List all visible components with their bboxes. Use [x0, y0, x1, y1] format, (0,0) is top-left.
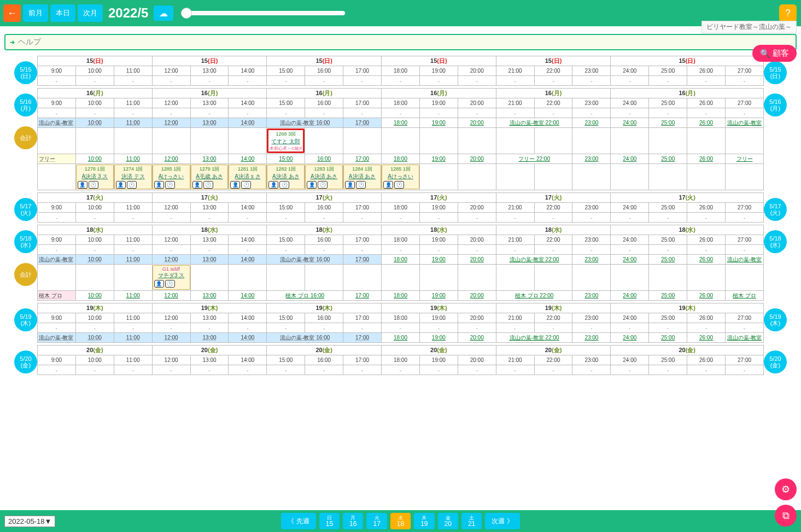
room-time-cell[interactable]: 13:00: [190, 154, 229, 164]
room-time-cell[interactable]: 槌木 プロ: [726, 291, 764, 301]
room-time-cell[interactable]: 19:00: [419, 154, 458, 164]
slot-cell[interactable]: [75, 265, 114, 291]
slot-cell[interactable]: [534, 128, 572, 154]
slot-cell[interactable]: [496, 128, 534, 154]
room-time-cell[interactable]: 10:00: [75, 333, 114, 343]
person-icon[interactable]: 👤: [270, 152, 279, 153]
room-time-cell[interactable]: 流山の葉-教室 22:00: [496, 333, 572, 343]
room-time-cell[interactable]: 13:00: [190, 333, 229, 343]
room-time-cell[interactable]: 16:00: [305, 154, 343, 164]
footer-day-17[interactable]: 火17: [366, 513, 387, 529]
room-time-cell[interactable]: 10:00: [75, 291, 114, 301]
slot-cell[interactable]: 1284 1回A決済 あさ👤🕐: [343, 164, 382, 190]
side-badge-right-d17[interactable]: 5/17(火): [764, 198, 787, 221]
slot-cell[interactable]: [343, 265, 382, 291]
appt-name[interactable]: A決済 あさ: [307, 173, 341, 180]
slot-cell[interactable]: [190, 128, 229, 154]
room-time-cell[interactable]: 24:00: [611, 333, 649, 343]
room-time-cell[interactable]: 26:00: [687, 333, 726, 343]
next-week-button[interactable]: 次週 》: [485, 513, 519, 529]
slot-cell[interactable]: [458, 164, 496, 190]
clock-icon[interactable]: 🕐: [203, 181, 213, 189]
cloud-button[interactable]: ☁: [154, 5, 173, 21]
room-time-cell[interactable]: 流山の葉-教室: [726, 118, 764, 128]
appt-name[interactable]: A決済 s さ: [230, 173, 265, 180]
side-badge-left-d17[interactable]: 5/17(火): [14, 198, 37, 221]
room-time-cell[interactable]: 19:00: [419, 118, 458, 128]
room-time-cell[interactable]: 24:00: [611, 291, 649, 301]
room-time-cell[interactable]: 流山の葉-教室 22:00: [496, 255, 572, 265]
footer-day-15[interactable]: 日15: [319, 513, 340, 529]
room-time-cell[interactable]: 24:00: [611, 154, 649, 164]
slot-cell[interactable]: [726, 265, 764, 291]
slot-cell[interactable]: [572, 164, 611, 190]
room-time-cell[interactable]: 20:00: [458, 118, 496, 128]
side-badge-right-d16[interactable]: 5/16(月): [764, 93, 787, 116]
appt-name[interactable]: てすと 太郎: [270, 138, 302, 145]
clock-icon[interactable]: 🕐: [279, 181, 289, 189]
appt-name[interactable]: A決済 あさ: [345, 173, 379, 180]
room-time-cell[interactable]: 18:00: [382, 255, 420, 265]
person-icon[interactable]: 👤: [154, 181, 164, 189]
slot-cell[interactable]: [343, 128, 382, 154]
appt-name[interactable]: A毛歳 あさ: [192, 173, 227, 180]
slot-cell[interactable]: G1 addfマチダ3 ス👤🕐: [152, 265, 190, 291]
room-time-cell[interactable]: 19:00: [419, 255, 458, 265]
room-time-cell[interactable]: 槌木 プロ 22:00: [496, 291, 572, 301]
room-time-cell[interactable]: 14:00: [229, 154, 267, 164]
slot-cell[interactable]: [419, 128, 458, 154]
room-time-cell[interactable]: 11:00: [114, 333, 152, 343]
appointment[interactable]: 1285 1回Aけっさい👤🕐: [382, 165, 419, 189]
settings-fab[interactable]: ⚙: [775, 478, 797, 500]
person-icon[interactable]: 👤: [383, 181, 393, 189]
room-time-cell[interactable]: 12:00: [152, 118, 190, 128]
room-time-cell[interactable]: 槌木 プロ 16:00: [267, 291, 343, 301]
appt-name[interactable]: Aけっさい: [383, 173, 418, 180]
today-button[interactable]: 本日: [50, 4, 75, 22]
slot-cell[interactable]: [38, 128, 76, 154]
room-time-cell[interactable]: 20:00: [458, 291, 496, 301]
slot-cell[interactable]: [687, 164, 726, 190]
room-time-cell[interactable]: 14:00: [229, 291, 267, 301]
room-time-cell[interactable]: 25:00: [649, 255, 687, 265]
appt-name[interactable]: A決済 あさ: [268, 173, 303, 180]
room-time-cell[interactable]: 18:00: [382, 154, 420, 164]
side-badge-left-d16[interactable]: 5/16(月): [14, 93, 37, 116]
room-time-cell[interactable]: 26:00: [687, 291, 726, 301]
slot-cell[interactable]: [38, 164, 76, 190]
room-time-cell[interactable]: 19:00: [419, 333, 458, 343]
appointment[interactable]: 1274 1回決済 テス👤🕐: [114, 165, 152, 189]
person-icon[interactable]: 👤: [116, 181, 126, 189]
slot-cell[interactable]: [114, 265, 152, 291]
slot-cell[interactable]: [649, 128, 687, 154]
side-badge-left-d20[interactable]: 5/20(金): [14, 350, 37, 373]
slot-cell[interactable]: [534, 265, 572, 291]
side-badge-left-d18[interactable]: 5/18(水): [14, 230, 37, 253]
footer-date-input[interactable]: 2022-05-18▼: [4, 516, 55, 527]
footer-day-18[interactable]: 水18: [390, 513, 411, 529]
room-time-cell[interactable]: 25:00: [649, 333, 687, 343]
room-time-cell[interactable]: フリー: [726, 154, 764, 164]
room-time-cell[interactable]: 26:00: [687, 255, 726, 265]
room-time-cell[interactable]: 11:00: [114, 154, 152, 164]
slot-cell[interactable]: 1278 1回A決済 3 ス👤🕐: [75, 164, 114, 190]
clock-icon[interactable]: 🕐: [127, 181, 137, 189]
slot-cell[interactable]: 1268 3回てすと 太郎木初心者～C級向け体験レ👤🕐: [267, 128, 305, 154]
person-icon[interactable]: 👤: [345, 181, 355, 189]
room-time-cell[interactable]: 23:00: [572, 118, 611, 128]
person-icon[interactable]: 👤: [192, 181, 202, 189]
room-time-cell[interactable]: 23:00: [572, 333, 611, 343]
room-time-cell[interactable]: 流山の葉-教室: [726, 255, 764, 265]
slot-cell[interactable]: [611, 265, 649, 291]
slot-cell[interactable]: [572, 128, 611, 154]
appt-name[interactable]: A決済 3 ス: [78, 173, 112, 180]
room-time-cell[interactable]: 24:00: [611, 255, 649, 265]
clock-icon[interactable]: 🕐: [165, 280, 175, 288]
room-time-cell[interactable]: 15:00: [267, 154, 305, 164]
room-time-cell[interactable]: 11:00: [114, 118, 152, 128]
clock-icon[interactable]: 🕐: [241, 181, 251, 189]
room-time-cell[interactable]: 14:00: [229, 255, 267, 265]
appointment[interactable]: 1268 3回てすと 太郎木初心者～C級向け体験レ👤🕐: [267, 128, 305, 153]
room-label[interactable]: 槌木 プロ: [38, 291, 76, 301]
kaikei-badge-d16[interactable]: 会計: [14, 126, 37, 149]
